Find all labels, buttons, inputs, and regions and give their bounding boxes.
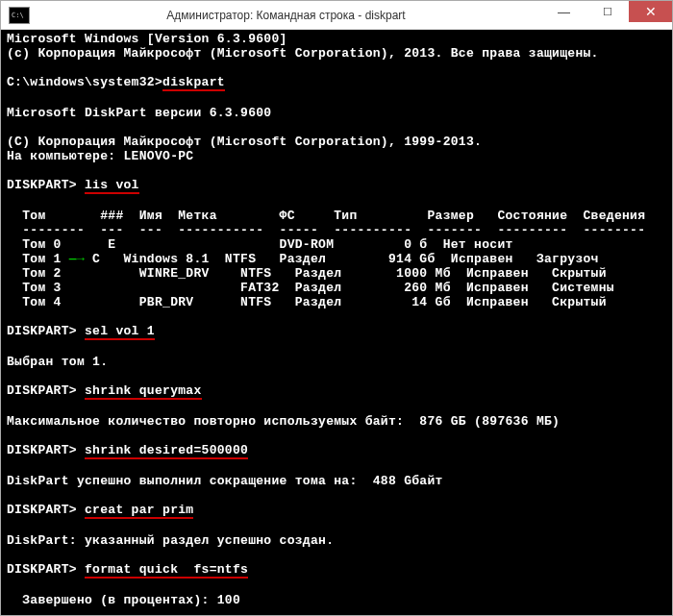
line: Microsoft DiskPart версии 6.3.9600: [7, 106, 271, 120]
prompt: DISKPART>: [7, 443, 85, 457]
cmd-window: Администратор: Командная строка - diskpa…: [0, 0, 673, 616]
table-row: Том 2 WINRE_DRV NTFS Раздел 1000 Мб Испр…: [7, 266, 607, 281]
table-row: Том 4 PBR_DRV NTFS Раздел 14 Gб Исправен…: [7, 295, 607, 309]
maximize-button[interactable]: ☐: [586, 1, 629, 22]
line: Microsoft Windows [Version 6.3.9600]: [7, 32, 287, 46]
cmd-lis-vol: lis vol: [85, 178, 139, 194]
close-button[interactable]: ✕: [629, 1, 672, 22]
prompt: DISKPART>: [7, 562, 85, 577]
cmd-shrink-desired: shrink desired=500000: [85, 443, 248, 459]
prompt: DISKPART>: [7, 324, 85, 338]
window-controls: — ☐ ✕: [542, 1, 672, 29]
row-prefix: Том 1: [7, 252, 69, 266]
prompt: DISKPART>: [7, 383, 85, 398]
line: DiskPart успешно выполнил сокращение том…: [7, 474, 443, 488]
window-title: Администратор: Командная строка - diskpa…: [30, 9, 542, 22]
row-suffix: C Windows 8.1 NTFS Раздел 914 Gб Исправе…: [85, 252, 599, 266]
cmd-diskpart: diskpart: [162, 75, 225, 91]
cmd-creat-par-prim: creat par prim: [85, 503, 193, 519]
cmd-icon[interactable]: [9, 7, 30, 24]
table-row: Том 3 FAT32 Раздел 260 Мб Исправен Систе…: [7, 281, 614, 295]
table-separator: -------- --- --- ----------- ----- -----…: [7, 223, 645, 237]
line: Завершено (в процентах): 100: [7, 593, 240, 607]
line: Выбран том 1.: [7, 355, 108, 369]
arrow-icon: —→: [69, 252, 85, 266]
line: (C) Корпорация Майкрософт (Microsoft Cor…: [7, 135, 482, 149]
titlebar[interactable]: Администратор: Командная строка - diskpa…: [1, 1, 672, 30]
terminal-output[interactable]: Microsoft Windows [Version 6.3.9600] (c)…: [1, 30, 672, 615]
prompt: DISKPART>: [7, 503, 85, 517]
minimize-button[interactable]: —: [542, 1, 586, 22]
line: Максимальное количество повторно использ…: [7, 414, 560, 429]
prompt: DISKPART>: [7, 178, 85, 192]
table-row: Том 0 E DVD-ROM 0 б Нет носит: [7, 237, 513, 252]
prompt: C:\windows\system32>: [7, 75, 162, 89]
cmd-format: format quick fs=ntfs: [85, 562, 248, 579]
line: (c) Корпорация Майкрософт (Microsoft Cor…: [7, 46, 599, 61]
cmd-shrink-querymax: shrink querymax: [85, 383, 202, 400]
line: DiskPart: указанный раздел успешно созда…: [7, 533, 334, 548]
table-header: Том ### Имя Метка ФС Тип Размер Состояни…: [7, 209, 645, 223]
cmd-sel-vol: sel vol 1: [85, 324, 155, 340]
line: На компьютере: LENOVO-PC: [7, 149, 193, 163]
table-row: Том 1 —→ C Windows 8.1 NTFS Раздел 914 G…: [7, 252, 599, 266]
